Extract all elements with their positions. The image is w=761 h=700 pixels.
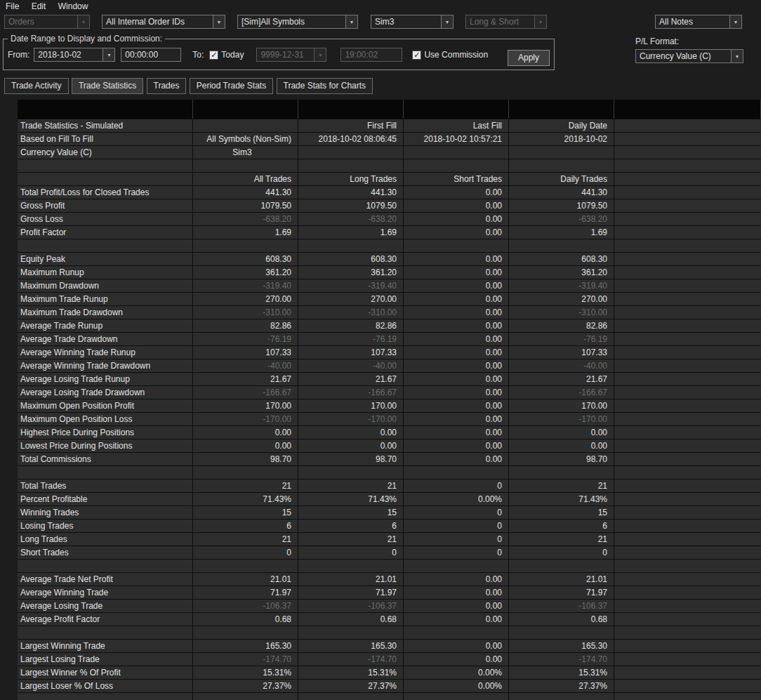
table-row[interactable]: Total Trades2121021 <box>18 480 761 493</box>
row-label: Average Trade Runup <box>18 319 193 332</box>
table-row[interactable]: Average Losing Trade Runup21.6721.670.00… <box>18 373 761 386</box>
today-checkbox[interactable] <box>209 51 218 60</box>
table-row[interactable] <box>18 159 761 173</box>
table-row[interactable]: Gross Profit1079.501079.500.001079.50 <box>18 199 761 213</box>
row-value: 21.01 <box>509 573 614 586</box>
account-dropdown[interactable]: Sim3 <box>371 15 454 29</box>
table-row[interactable] <box>18 466 761 480</box>
table-row[interactable]: Winning Trades1515015 <box>18 506 761 520</box>
table-row[interactable]: Largest Winner % Of Profit15.31%15.31%0.… <box>18 666 761 680</box>
row-value: 15.31% <box>193 666 298 679</box>
row-label: Lowest Price During Positions <box>18 440 193 452</box>
orders-dropdown[interactable]: Orders <box>4 15 90 29</box>
table-row[interactable]: Total Commissions98.7098.700.0098.70 <box>18 453 761 466</box>
row-value: -310.00 <box>298 306 404 319</box>
table-row[interactable]: Average Losing Trade Drawdown-166.67-166… <box>18 386 761 399</box>
menu-file[interactable]: File <box>6 1 19 11</box>
table-row[interactable] <box>18 693 761 700</box>
table-row[interactable]: Average Trade Net Profit21.0121.010.0021… <box>18 573 761 586</box>
table-row[interactable]: Long Trades2121021 <box>18 533 761 546</box>
table-row[interactable]: Largest Loser % Of Loss27.37%27.37%0.00%… <box>18 680 761 693</box>
table-row[interactable]: Average Profit Factor0.680.680.000.68 <box>18 613 761 626</box>
row-label: Maximum Open Position Profit <box>18 399 193 412</box>
table-row[interactable]: Losing Trades6606 <box>18 520 761 533</box>
table-row[interactable]: Trade Statistics - SimulatedFirst FillLa… <box>18 119 761 133</box>
row-value: 0.00 <box>298 440 404 452</box>
row-value <box>193 626 298 639</box>
to-label: To: <box>192 50 204 60</box>
row-value: 270.00 <box>298 293 404 305</box>
table-row[interactable]: Largest Losing Trade-174.70-174.700.00-1… <box>18 653 761 666</box>
use-commission-checkbox[interactable] <box>412 51 421 60</box>
row-value: 0 <box>298 546 404 559</box>
row-label: Maximum Runup <box>18 266 193 279</box>
table-row[interactable]: Average Trade Runup82.8682.860.0082.86 <box>18 319 761 333</box>
from-date-dropdown[interactable]: 2018-10-02 <box>34 48 115 62</box>
table-row[interactable]: Maximum Open Position Loss-170.00-170.00… <box>18 413 761 426</box>
menu-window[interactable]: Window <box>58 1 88 11</box>
notes-dropdown[interactable]: All Notes <box>655 15 742 29</box>
row-value <box>614 533 761 546</box>
row-value: -170.00 <box>193 413 298 425</box>
table-row[interactable]: Currency Value (C)Sim3 <box>18 146 761 159</box>
row-label: Average Winning Trade Runup <box>18 346 193 359</box>
row-label: Largest Winning Trade <box>18 640 193 652</box>
table-row[interactable]: Short Trades0000 <box>18 546 761 560</box>
table-row[interactable] <box>18 626 761 640</box>
table-row[interactable]: Based on Fill To FillAll Symbols (Non-Si… <box>18 133 761 146</box>
tab-trade-stats-for-charts[interactable]: Trade Stats for Charts <box>277 78 373 94</box>
table-row[interactable]: Maximum Open Position Profit170.00170.00… <box>18 399 761 413</box>
tab-period-trade-stats[interactable]: Period Trade Stats <box>190 78 273 94</box>
row-value <box>509 626 614 639</box>
row-value: 0.00 <box>404 386 509 399</box>
table-row[interactable]: Total Profit/Loss for Closed Trades441.3… <box>18 186 761 199</box>
table-row[interactable]: Equity Peak608.30608.300.00608.30 <box>18 253 761 266</box>
table-row[interactable]: Average Winning Trade Runup107.33107.330… <box>18 346 761 359</box>
row-value: 441.30 <box>509 186 614 199</box>
row-label: Trade Statistics - Simulated <box>18 119 193 132</box>
table-row[interactable]: Maximum Drawdown-319.40-319.400.00-319.4… <box>18 279 761 293</box>
pl-format-dropdown[interactable]: Currency Value (C) <box>635 49 743 63</box>
to-time-input[interactable]: 19:00:02 <box>340 48 402 62</box>
apply-button[interactable]: Apply <box>508 50 550 66</box>
row-label: Average Losing Trade Drawdown <box>18 386 193 399</box>
table-row[interactable]: Percent Profitable71.43%71.43%0.00%71.43… <box>18 493 761 506</box>
row-value: 0.00 <box>404 586 509 599</box>
symbols-dropdown[interactable]: [Sim]All Symbols <box>237 15 358 29</box>
table-row[interactable]: Average Winning Trade71.9771.970.0071.97 <box>18 586 761 600</box>
row-value: 71.97 <box>193 586 298 599</box>
row-value: 0.00 <box>404 253 509 265</box>
table-row[interactable]: Largest Winning Trade165.30165.300.00165… <box>18 640 761 653</box>
dropdown-arrow-icon <box>534 15 546 28</box>
table-row[interactable]: Maximum Trade Runup270.00270.000.00270.0… <box>18 293 761 306</box>
row-value: 361.20 <box>193 266 298 279</box>
row-value <box>614 573 761 586</box>
row-value: -174.70 <box>193 653 298 666</box>
row-value <box>614 466 761 479</box>
table-row[interactable]: Profit Factor1.691.690.001.69 <box>18 226 761 239</box>
table-row[interactable] <box>18 239 761 253</box>
table-row[interactable]: Gross Loss-638.20-638.200.00-638.20 <box>18 213 761 226</box>
table-row[interactable]: Average Winning Trade Drawdown-40.00-40.… <box>18 359 761 373</box>
table-row[interactable]: All TradesLong TradesShort TradesDaily T… <box>18 173 761 186</box>
internal-order-ids-dropdown[interactable]: All Internal Order IDs <box>102 15 225 29</box>
row-value: Sim3 <box>193 146 298 159</box>
table-row[interactable]: Average Losing Trade-106.37-106.370.00-1… <box>18 600 761 613</box>
row-label <box>18 560 193 572</box>
tab-trade-activity[interactable]: Trade Activity <box>4 78 69 94</box>
row-value: -174.70 <box>298 653 404 666</box>
table-row[interactable]: Average Trade Drawdown-76.19-76.190.00-7… <box>18 333 761 346</box>
tab-trades[interactable]: Trades <box>147 78 187 94</box>
direction-dropdown[interactable]: Long & Short <box>465 15 547 29</box>
tab-trade-statistics[interactable]: Trade Statistics <box>72 78 143 94</box>
table-row[interactable]: Maximum Trade Drawdown-310.00-310.000.00… <box>18 306 761 319</box>
menu-edit[interactable]: Edit <box>32 1 46 11</box>
table-row[interactable]: Lowest Price During Positions0.000.000.0… <box>18 440 761 453</box>
row-label: Maximum Drawdown <box>18 279 193 292</box>
table-row[interactable]: Maximum Runup361.20361.200.00361.20 <box>18 266 761 279</box>
table-row[interactable]: Highest Price During Positions0.000.000.… <box>18 426 761 440</box>
table-row[interactable] <box>18 560 761 573</box>
from-time-input[interactable]: 00:00:00 <box>121 48 181 62</box>
row-value: 1079.50 <box>298 199 404 212</box>
to-date-dropdown[interactable]: 9999-12-31 <box>256 48 326 62</box>
